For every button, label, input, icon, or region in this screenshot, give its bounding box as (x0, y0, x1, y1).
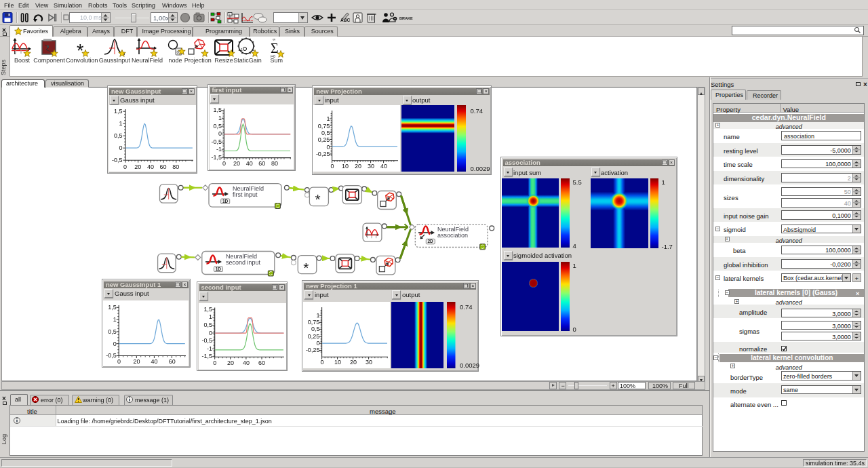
svg-text:association: association (437, 232, 468, 239)
svg-text:1D: 1D (222, 199, 229, 203)
svg-text:*: * (315, 191, 321, 207)
svg-text:*: * (303, 260, 309, 275)
svg-text:first input: first input (233, 191, 258, 198)
svg-text:2D: 2D (428, 239, 434, 243)
svg-text:second input: second input (226, 259, 261, 266)
svg-text:1D: 1D (216, 267, 222, 271)
